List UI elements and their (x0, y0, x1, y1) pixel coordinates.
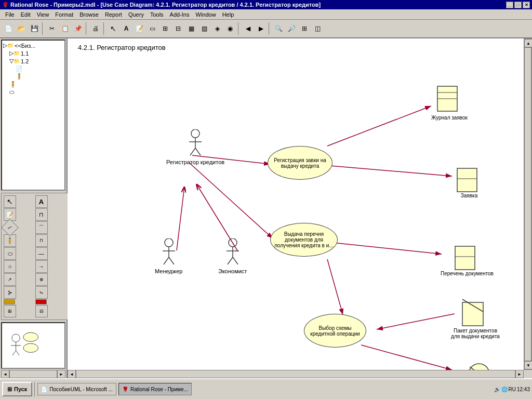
tree-panel[interactable]: ▷ 📁 <<Биз... ▷ 📁 1.1 ▽ 📁 1.2 📄 🧍 🧍 (1, 39, 65, 191)
usecase-documents[interactable]: Выдача перечня документов для получения … (270, 223, 338, 257)
usecase-scheme-label: Выбор схемы кредитной операции (307, 325, 364, 337)
tb-copy[interactable]: 📋 (59, 22, 71, 35)
tool-img4[interactable]: ⊟ (35, 305, 48, 317)
artifact-perchen[interactable]: Перечень документов (441, 245, 494, 276)
artifact-schema[interactable]: Схема кредитной операции (455, 360, 507, 370)
hscroll-thumb[interactable] (9, 370, 57, 378)
tb-arrow2[interactable]: ⊟ (172, 22, 184, 35)
start-button[interactable]: ⊞ Пуск (2, 382, 32, 396)
canvas-hscroll-thumb[interactable] (76, 370, 515, 378)
actor-manager-label: Менеджер (155, 268, 182, 274)
tb-rect[interactable]: ▭ (146, 22, 158, 35)
maximize-button[interactable]: □ (514, 2, 522, 8)
menu-file[interactable]: File (2, 10, 18, 19)
tool-line[interactable]: / (1, 219, 19, 236)
tool-actor2[interactable]: ⊓ (35, 234, 48, 247)
artifact-journal-icon (436, 85, 462, 116)
menu-report[interactable]: Report (102, 10, 125, 19)
tb-save[interactable]: 💾 (28, 22, 41, 35)
tool-dep[interactable]: ⊱ (4, 286, 16, 299)
tool-circle[interactable]: ○ (4, 260, 16, 273)
tb-tool1[interactable]: ▦ (185, 22, 197, 35)
artifact-paket[interactable]: Пакет документов для выдачи кредита (449, 298, 501, 339)
tree-item-1-1[interactable]: ▷ 📁 1.1 (3, 49, 63, 57)
tool-anchor[interactable]: ⊓ (35, 208, 48, 221)
toolbar-sep-1 (42, 22, 44, 35)
tool-img2[interactable] (35, 299, 47, 304)
tb-note[interactable]: 📝 (133, 22, 145, 35)
tb-fit[interactable]: ⊞ (298, 22, 311, 35)
tree-item-sub3[interactable]: 🧍 (3, 81, 63, 88)
tree-item-sub2[interactable]: 🧍 (3, 73, 63, 81)
actor-economist-figure (222, 238, 243, 267)
diagram-canvas[interactable]: 4.2.1. Регистратор кредитов Регистратор … (68, 38, 524, 370)
tb-paste[interactable]: 📌 (72, 22, 84, 35)
tb-zoom-out[interactable]: 🔎 (285, 22, 298, 35)
tb-tool4[interactable]: ◉ (224, 22, 236, 35)
tb-select[interactable]: ↖ (107, 22, 119, 35)
actor-economist[interactable]: Экономист (218, 238, 247, 274)
tb-tool3[interactable]: ◈ (211, 22, 223, 35)
tree-item-sub4[interactable]: ⬭ (3, 88, 63, 96)
tool-arrow[interactable]: → (35, 260, 48, 273)
tool-extend[interactable]: ↗ (4, 273, 16, 286)
tool-usecase[interactable]: ⬭ (4, 247, 16, 260)
tb-arrow1[interactable]: ⊞ (159, 22, 171, 35)
hscroll-left[interactable]: ◄ (1, 370, 9, 378)
artifact-zayavka[interactable]: Заявка (456, 167, 482, 198)
actor-registrator[interactable]: Регистратор кредитов (166, 129, 224, 165)
menu-format[interactable]: Format (52, 10, 76, 19)
menu-query[interactable]: Query (125, 10, 147, 19)
menu-addins[interactable]: Add-Ins (167, 10, 193, 19)
tool-img1[interactable] (4, 299, 15, 304)
tool-assoc[interactable]: — (35, 247, 48, 260)
tb-zoom-in[interactable]: 🔍 (272, 22, 285, 35)
tool-real[interactable]: ⤷ (35, 286, 48, 299)
tb-print[interactable]: 🖨 (89, 22, 102, 35)
menu-tools[interactable]: Tools (147, 10, 167, 19)
minimize-button[interactable]: _ (506, 2, 513, 8)
scroll-corner (524, 370, 532, 378)
tool-img3[interactable]: ⊞ (4, 305, 16, 317)
tb-tool2[interactable]: ▧ (198, 22, 210, 35)
tree-item-1-2[interactable]: ▽ 📁 1.2 (3, 57, 63, 65)
canvas-hscroll-left[interactable]: ◄ (68, 370, 76, 378)
usecase-scheme[interactable]: Выбор схемы кредитной операции (304, 314, 366, 348)
menu-edit[interactable]: Edit (18, 10, 34, 19)
tb-back[interactable]: ◀ (242, 22, 254, 35)
taskbar-sep (34, 382, 35, 396)
tb-text[interactable]: A (120, 22, 132, 35)
vscroll-thumb[interactable] (524, 47, 531, 361)
vscroll-up[interactable]: ▲ (524, 39, 532, 47)
taskbar-item-2[interactable]: 🌹 Rational Rose - Приме... (118, 383, 192, 395)
left-panel: ▷ 📁 <<Биз... ▷ 📁 1.1 ▽ 📁 1.2 📄 🧍 🧍 (0, 38, 68, 378)
menu-window[interactable]: Window (193, 10, 219, 19)
svg-point-1 (23, 332, 38, 341)
menu-help[interactable]: Help (219, 10, 237, 19)
tb-browse[interactable]: ◫ (311, 22, 324, 35)
tool-curve[interactable]: ⌒ (35, 221, 48, 234)
taskbar-item-1[interactable]: 📄 ПособиеUML - Microsoft ... (37, 383, 116, 395)
tree-item-root[interactable]: ▷ 📁 <<Биз... (3, 42, 63, 49)
close-button[interactable]: ✕ (523, 2, 530, 8)
tb-forward[interactable]: ▶ (255, 22, 267, 35)
menu-browse[interactable]: Browse (76, 10, 102, 19)
folder-icon-1: 📁 (14, 50, 20, 56)
vscroll-down[interactable]: ▼ (524, 361, 532, 369)
tray-icon-2: 🌐 (501, 387, 508, 392)
menu-view[interactable]: View (34, 10, 52, 19)
actor-manager[interactable]: Менеджер (155, 238, 182, 274)
usecase-registration[interactable]: Регистрация завки на выдачу кредита (268, 146, 332, 180)
actor-manager-figure (158, 238, 179, 267)
tool-text[interactable]: A (35, 195, 48, 208)
tb-cut[interactable]: ✂ (46, 22, 58, 35)
tb-new[interactable]: 📄 (2, 22, 15, 35)
canvas-hscroll-right[interactable]: ► (515, 370, 524, 378)
tb-open[interactable]: 📂 (15, 22, 28, 35)
hscroll-right[interactable]: ► (57, 370, 65, 378)
tree-item-sub1[interactable]: 📄 (3, 65, 63, 73)
artifact-journal[interactable]: Журнал заявок (431, 85, 468, 121)
tool-include[interactable]: ⊕ (35, 273, 48, 286)
tool-select[interactable]: ↖ (4, 195, 16, 208)
svg-line-23 (195, 148, 201, 155)
